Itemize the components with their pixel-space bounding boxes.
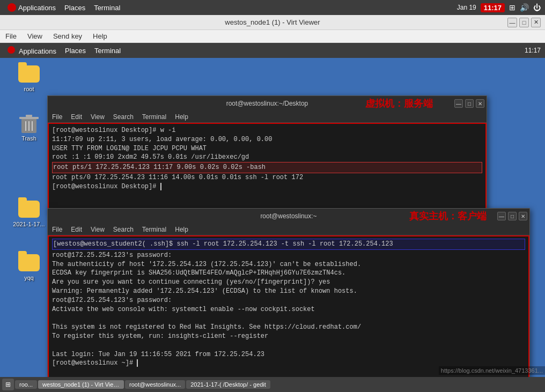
- virt-viewer-controls: — □ ✕: [507, 18, 541, 27]
- app-icon: [8, 3, 16, 12]
- t2-help-menu[interactable]: Help: [173, 225, 190, 234]
- date-display: Jan 19: [457, 4, 476, 11]
- desktop-icon-root[interactable]: root: [12, 63, 46, 92]
- terminal-controls-client: — □ ✕: [497, 212, 527, 220]
- t2-line-1: root@172.25.254.123's password:: [52, 251, 525, 260]
- client-annotation-label: 真实主机：客户端: [409, 210, 487, 223]
- ssh-command-line: [westos@westos_student2( .ssh]$ ssh -l r…: [52, 239, 525, 250]
- virt-viewer-window: westos_node1 (1) - Virt Viewer — □ ✕ Fil…: [0, 15, 545, 392]
- places-label: Places: [64, 4, 85, 12]
- terminal-menubar-server: File Edit View Search Terminal Help: [48, 111, 487, 123]
- term-max-btn-server[interactable]: □: [465, 99, 474, 108]
- inner-terminal-menu[interactable]: Terminal: [91, 46, 124, 56]
- t2-view-menu[interactable]: View: [89, 225, 107, 234]
- terminal-window-server: root@westoslinux:~/Desktop 虚拟机：服务端 — □ ✕…: [47, 95, 487, 213]
- inner-places-menu[interactable]: Places: [62, 46, 89, 56]
- t2-file-menu[interactable]: File: [50, 225, 64, 234]
- t2-line-6: root@172.25.254.123's password:: [52, 296, 525, 305]
- places-menu[interactable]: Places: [61, 3, 89, 13]
- inner-applications-label: Applications: [19, 47, 56, 55]
- virt-viewer-menubar: File View Send key Help: [0, 30, 545, 43]
- terminal-line-7: [root@westoslinux Desktop]# ​: [52, 182, 482, 191]
- inner-places-label: Places: [65, 47, 86, 55]
- power-icon: ⏻: [533, 3, 541, 12]
- terminal-titlebar-server: root@westoslinux:~/Desktop 虚拟机：服务端 — □ ✕: [48, 96, 487, 111]
- inner-app-icon: [8, 46, 15, 54]
- minimize-button[interactable]: —: [507, 18, 517, 27]
- t1-file-menu[interactable]: File: [50, 113, 64, 121]
- terminal-window-client: root@westoslinux:~ 真实主机：客户端 — □ ✕ File E…: [47, 208, 530, 385]
- t1-edit-menu[interactable]: Edit: [69, 113, 84, 121]
- terminal-highlight-row: root pts/1 172.25.254.123 11:17 9.00s 0.…: [52, 162, 482, 173]
- t1-search-menu[interactable]: Search: [111, 113, 136, 121]
- terminal-controls-server: — □ ✕: [454, 99, 484, 108]
- terminal-menu[interactable]: Terminal: [91, 3, 123, 13]
- t2-line-11: [52, 341, 525, 350]
- term-min-btn-server[interactable]: —: [454, 99, 463, 108]
- file-menu[interactable]: File: [2, 31, 20, 41]
- help-menu[interactable]: Help: [90, 31, 111, 41]
- maximize-button[interactable]: □: [519, 18, 529, 27]
- bottom-taskbar: ⊞ roo... westos_node1 (1) - Virt Viewer …: [0, 377, 545, 392]
- taskbar-item-3[interactable]: root@westoslinux...: [125, 380, 185, 389]
- network-icon: ⊞: [509, 3, 515, 12]
- folder-icon-date: [18, 198, 40, 220]
- t2-line-9: This system is not registered to Red Hat…: [52, 323, 525, 332]
- t2-edit-menu[interactable]: Edit: [69, 225, 84, 234]
- trash-icon: [18, 113, 40, 134]
- icon-label-date: 2021-1-17...: [13, 221, 45, 227]
- t2-line-4: Are you sure you want to continue connec…: [52, 278, 525, 287]
- terminal-body-client[interactable]: [westos@westos_student2( .ssh]$ ssh -l r…: [48, 235, 529, 384]
- icon-label-yqq: yqq: [24, 275, 34, 281]
- terminal-line-3: USER TTY FROM LOGIN@ IDLE JCPU PCPU WHAT: [52, 144, 482, 153]
- t2-line-3: ECDSA key fingerprint is SHA256:UdQtBWTE…: [52, 269, 525, 278]
- applications-menu[interactable]: Applications: [4, 2, 59, 13]
- svg-rect-1: [19, 117, 39, 119]
- terminal-line-1: [root@westoslinux Desktop]# w -i: [52, 126, 482, 135]
- t2-search-menu[interactable]: Search: [111, 225, 136, 234]
- applications-label: Applications: [18, 4, 56, 12]
- terminal-titlebar-client: root@westoslinux:~ 真实主机：客户端 — □ ✕: [48, 209, 529, 224]
- t2-line-8: [52, 314, 525, 323]
- top-bar-right: Jan 19 11:17 ⊞ 🔊 ⏻: [453, 3, 545, 12]
- taskbar-item-1-label: roo...: [19, 381, 33, 388]
- terminal-line-2: 11:17:09 up 2:11, 3 users, load average:…: [52, 135, 482, 144]
- t2-line-2: The authenticity of host '172.25.254.123…: [52, 260, 525, 269]
- top-bar: Applications Places Terminal Jan 19 11:1…: [0, 0, 545, 15]
- top-bar-left: Applications Places Terminal: [0, 2, 128, 13]
- terminal-body-server[interactable]: [root@westoslinux Desktop]# w -i 11:17:0…: [48, 123, 487, 213]
- term-close-btn-client[interactable]: ✕: [519, 212, 527, 220]
- term-close-btn-server[interactable]: ✕: [476, 99, 484, 108]
- icon-label-trash: Trash: [21, 135, 36, 142]
- term-min-btn-client[interactable]: —: [497, 212, 506, 220]
- taskbar-item-1[interactable]: roo...: [15, 380, 37, 389]
- t2-line-7: Activate the web console with: systemctl…: [52, 305, 525, 314]
- desktop-icon-date[interactable]: 2021-1-17...: [12, 198, 46, 227]
- desktop-icon-yqq[interactable]: yqq: [12, 252, 46, 281]
- t2-line-10: To register this system, run: insights-c…: [52, 332, 525, 341]
- terminal-line-6: root pts/0 172.25.254.23 11:16 14.00s 0.…: [52, 173, 482, 182]
- view-menu[interactable]: View: [24, 31, 46, 41]
- terminal-label: Terminal: [94, 4, 120, 12]
- folder-shape-date: [18, 201, 40, 218]
- sendkey-menu[interactable]: Send key: [50, 31, 85, 41]
- trash-svg: [19, 113, 39, 134]
- t2-line-12: Last login: Tue Jan 19 11:16:55 2021 fro…: [52, 350, 525, 359]
- folder-icon-yqq: [18, 252, 40, 273]
- taskbar-item-3-label: root@westoslinux...: [129, 381, 181, 388]
- desktop-icon-trash[interactable]: Trash: [12, 113, 46, 142]
- close-button[interactable]: ✕: [531, 18, 541, 27]
- sound-icon: 🔊: [520, 3, 529, 12]
- term-max-btn-client[interactable]: □: [508, 212, 517, 220]
- folder-shape-yqq: [18, 254, 40, 271]
- t2-terminal-menu[interactable]: Terminal: [140, 225, 168, 234]
- taskbar-item-2[interactable]: westos_node1 (1) - Virt Viewer: [38, 380, 124, 389]
- t1-terminal-menu[interactable]: Terminal: [140, 113, 168, 121]
- t1-view-menu[interactable]: View: [89, 113, 107, 121]
- taskbar-item-4[interactable]: 2021-1-17-( /Desktop/ - gedit: [186, 380, 270, 389]
- show-desktop-btn[interactable]: ⊞: [2, 379, 14, 390]
- t1-help-menu[interactable]: Help: [173, 113, 190, 121]
- inner-panel-right: 11:17: [520, 47, 545, 54]
- terminal-line-4: root :1 :1 09:10 2xdm2 49.57s 0.01s /usr…: [52, 153, 482, 162]
- inner-applications-menu[interactable]: Applications: [4, 45, 60, 56]
